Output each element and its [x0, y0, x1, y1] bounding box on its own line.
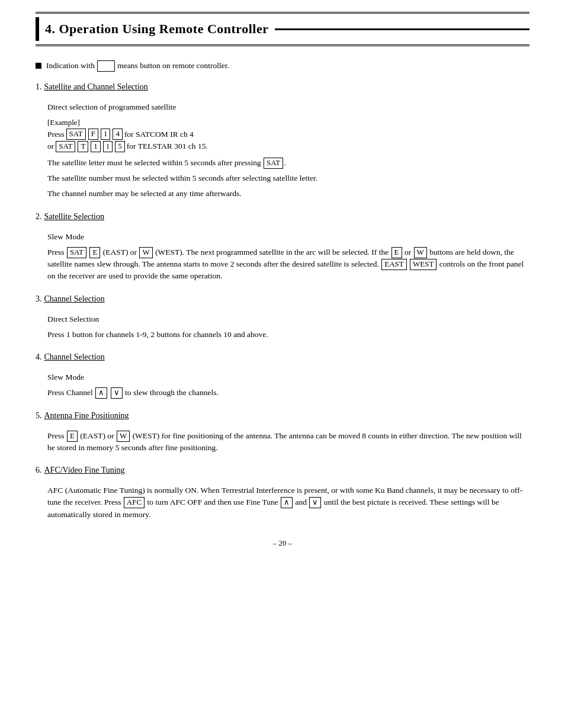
- indicator-text-after: means button on remote controller.: [115, 61, 229, 70]
- example-row-1: Press SAT F 1 4 for SATCOM IR ch 4: [47, 129, 529, 140]
- section-2-para1: Press SAT E (EAST) or W (WEST). The next…: [47, 246, 529, 283]
- section-6-title: AFC/Video Fine Tuning: [44, 466, 125, 475]
- indicator-text-before: Indication with: [46, 61, 97, 70]
- btn-afc: AFC: [124, 497, 145, 508]
- section-1-para3: The channel number may be selected at an…: [47, 188, 529, 200]
- section-4-subsection: Slew Mode: [47, 371, 529, 383]
- section-6-body: AFC (Automatic Fine Tuning) is normally …: [47, 485, 529, 521]
- example-row1-suffix: for SATCOM IR ch 4: [124, 130, 194, 139]
- section-1-para2: The satellite number must be selected wi…: [47, 172, 529, 184]
- section-1-para1: The satellite letter must be selected wi…: [47, 157, 529, 169]
- btn-west: WEST: [410, 259, 436, 270]
- page-title: 4. Operation Using Remote Controller: [45, 21, 269, 37]
- btn-1b: 1: [91, 141, 101, 152]
- btn-ft-up: ∧: [281, 497, 293, 508]
- section-1-title: Satellite and Channel Selection: [44, 82, 148, 92]
- section-3-title: Channel Selection: [44, 294, 105, 304]
- page-header: 4. Operation Using Remote Controller: [36, 12, 529, 46]
- example-block: [Example] Press SAT F 1 4 for SATCOM IR …: [47, 118, 529, 152]
- btn-1a: 1: [101, 129, 111, 140]
- btn-4: 4: [113, 129, 123, 140]
- example-row1-press: Press: [47, 130, 65, 139]
- section-2-heading: 2. Satellite Selection: [36, 212, 529, 226]
- section-6: 6. AFC/Video Fine Tuning AFC (Automatic …: [36, 466, 529, 521]
- section-5: 5. Antenna Fine Positioning Press E (EAS…: [36, 411, 529, 454]
- btn-e-1: E: [89, 247, 100, 258]
- section-2: 2. Satellite Selection Slew Mode Press S…: [36, 212, 529, 283]
- btn-sat-2: SAT: [56, 141, 75, 152]
- indicator-line: Indication with means button on remote c…: [36, 60, 529, 72]
- section-3-subsection: Direct Selection: [47, 313, 529, 325]
- section-4-number: 4.: [36, 352, 42, 362]
- header-right-line: [275, 28, 530, 30]
- header-left-bar: [36, 17, 39, 41]
- section-2-body: Slew Mode Press SAT E (EAST) or W (WEST)…: [47, 231, 529, 283]
- section-4-para1: Press Channel ∧ ∨ to slew through the ch…: [47, 387, 529, 399]
- btn-e-3: E: [67, 431, 78, 442]
- btn-sat-3: SAT: [67, 247, 86, 258]
- section-3-number: 3.: [36, 294, 42, 304]
- section-3-para1: Press 1 button for channels 1-9, 2 butto…: [47, 329, 529, 341]
- btn-e-2: E: [391, 247, 402, 258]
- section-5-body: Press E (EAST) or W (WEST) for fine posi…: [47, 430, 529, 454]
- section-5-para1: Press E (EAST) or W (WEST) for fine posi…: [47, 430, 529, 454]
- example-label: [Example]: [47, 118, 529, 127]
- section-5-title: Antenna Fine Positioning: [44, 411, 129, 421]
- btn-5: 5: [115, 141, 125, 152]
- section-2-title: Satellite Selection: [44, 212, 104, 222]
- btn-sat-inline: SAT: [264, 158, 283, 169]
- btn-f: F: [88, 129, 98, 140]
- btn-1c: 1: [103, 141, 113, 152]
- section-4-body: Slew Mode Press Channel ∧ ∨ to slew thro…: [47, 371, 529, 399]
- section-4-heading: 4. Channel Selection: [36, 352, 529, 367]
- example-row2-or: or: [47, 142, 54, 151]
- section-5-number: 5.: [36, 411, 42, 421]
- example-row2-suffix: for TELSTAR 301 ch 15.: [127, 142, 208, 151]
- bullet-icon: [36, 63, 41, 69]
- btn-w-3: W: [117, 431, 130, 442]
- section-1: 1. Satellite and Channel Selection Direc…: [36, 82, 529, 200]
- section-4: 4. Channel Selection Slew Mode Press Cha…: [36, 352, 529, 399]
- section-1-heading: 1. Satellite and Channel Selection: [36, 82, 529, 97]
- btn-w-2: W: [414, 247, 427, 258]
- btn-east: EAST: [381, 259, 407, 270]
- section-3-heading: 3. Channel Selection: [36, 294, 529, 309]
- example-row-2: or SAT T 1 1 5 for TELSTAR 301 ch 15.: [47, 141, 529, 152]
- section-2-number: 2.: [36, 212, 42, 222]
- btn-ft-down: ∨: [309, 497, 321, 508]
- section-2-subsection: Slew Mode: [47, 231, 529, 243]
- section-4-title: Channel Selection: [44, 352, 105, 362]
- section-1-body: Direct selection of programmed satellite…: [47, 101, 529, 200]
- btn-sat-1: SAT: [66, 129, 86, 140]
- section-6-para1: AFC (Automatic Fine Tuning) is normally …: [47, 485, 529, 521]
- btn-ch-down: ∨: [111, 387, 123, 399]
- section-1-number: 1.: [36, 82, 42, 92]
- section-3-body: Direct Selection Press 1 button for chan…: [47, 313, 529, 341]
- btn-ch-up: ∧: [95, 387, 107, 399]
- section-1-intro: Direct selection of programmed satellite: [47, 101, 529, 113]
- section-6-number: 6.: [36, 466, 42, 475]
- section-5-heading: 5. Antenna Fine Positioning: [36, 411, 529, 425]
- page-footer: – 20 –: [36, 538, 529, 548]
- section-3: 3. Channel Selection Direct Selection Pr…: [36, 294, 529, 341]
- indicator-button-box: [97, 60, 115, 72]
- btn-t: T: [78, 141, 88, 152]
- page-number: – 20 –: [273, 538, 293, 547]
- btn-w-1: W: [139, 247, 152, 258]
- section-6-heading: 6. AFC/Video Fine Tuning: [36, 466, 529, 480]
